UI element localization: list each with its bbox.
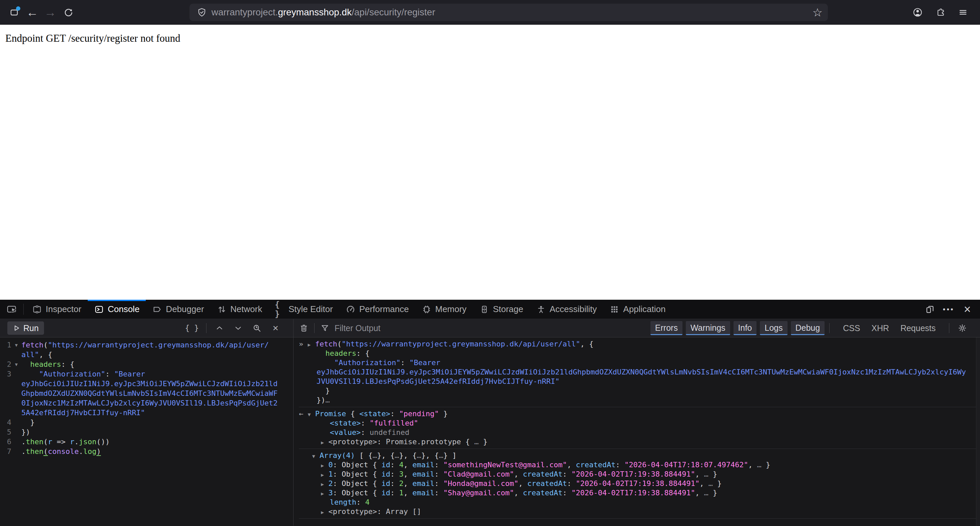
filter-errors[interactable]: Errors — [651, 321, 682, 335]
menu-button[interactable] — [956, 5, 970, 19]
console-editor[interactable]: 1▼fetch("https://warrantyproject.greyman… — [0, 338, 294, 526]
console-row[interactable]: ▶ 0: Object { id: 4, email: "somethingNe… — [299, 460, 980, 470]
firefox-view-button[interactable] — [7, 5, 21, 19]
account-icon — [913, 7, 923, 18]
filter-output-input[interactable] — [334, 324, 646, 333]
funnel-icon — [319, 322, 331, 334]
tab-console[interactable]: Console — [88, 300, 146, 319]
account-button[interactable] — [911, 5, 924, 19]
console-content: 1▼fetch("https://warrantyproject.greyman… — [0, 338, 980, 526]
tab-application[interactable]: Application — [603, 300, 672, 319]
responsive-design-button[interactable] — [922, 302, 938, 317]
play-icon — [13, 324, 21, 332]
devtools-tabbar: InspectorConsoleDebuggerNetwork{ }Style … — [0, 300, 980, 319]
back-button[interactable]: ← — [25, 5, 39, 19]
forward-button[interactable]: → — [43, 5, 57, 19]
tab-memory[interactable]: Memory — [415, 300, 473, 319]
editor-line[interactable]: 4 } — [0, 418, 293, 427]
tab-performance[interactable]: Performance — [339, 300, 415, 319]
filter-warnings[interactable]: Warnings — [686, 321, 730, 335]
console-row[interactable]: ▶ <prototype>: Promise.prototype { … } — [299, 437, 980, 446]
previous-expression-button[interactable] — [214, 322, 225, 334]
editor-line[interactable]: 3 "Authorization": "Bearer — [0, 369, 293, 379]
shield-permissions-icon[interactable] — [197, 7, 207, 18]
console-row[interactable]: JVU0VSIl19.LBJesPqPsdGjUet25A42efRIddj7H… — [299, 377, 980, 386]
editor-line[interactable]: 0IjoxNzc1MzIzMTAwLCJyb2xlcyI6WyJVU0VSIl1… — [0, 398, 293, 408]
close-editor-button[interactable]: × — [270, 322, 281, 334]
editor-line[interactable]: GhpbmdOZXdUZXN0QGdtYWlsLmNvbSIsImV4cCI6M… — [0, 389, 293, 398]
category-filters: CSSXHRRequests — [834, 324, 944, 333]
extensions-button[interactable] — [933, 5, 947, 19]
filter-debug[interactable]: Debug — [791, 321, 825, 335]
debugger-icon — [152, 304, 162, 314]
console-row[interactable]: ▶ 3: Object { id: 1, email: "Shay@gmail.… — [299, 488, 980, 497]
reload-button[interactable] — [61, 5, 75, 19]
console-row[interactable]: ▼ Array(4) [ {…}, {…}, {…}, {…} ] — [299, 451, 980, 460]
console-row[interactable]: })… — [299, 395, 980, 405]
console-row[interactable]: ← ▼ Promise { <state>: "pending" } — [299, 409, 980, 419]
screen: ← → warrantyproject.greymansshop.dk/api/… — [0, 0, 980, 526]
console-message-result: ← ▼ Promise { <state>: "pending" } <stat… — [299, 407, 980, 449]
hamburger-icon — [958, 7, 968, 18]
url-text[interactable]: warrantyproject.greymansshop.dk/api/secu… — [212, 7, 813, 18]
devtools-options-button[interactable]: ••• — [941, 302, 957, 317]
responsive-design-icon — [925, 305, 935, 314]
category-xhr[interactable]: XHR — [872, 324, 889, 333]
console-row[interactable]: <state>: "fulfilled" — [299, 419, 980, 428]
tab-accessibility[interactable]: Accessibility — [530, 300, 603, 319]
element-picker-button[interactable] — [3, 300, 21, 319]
console-row[interactable]: "Authorization": "Bearer — [299, 358, 980, 367]
fold-arrow-icon[interactable]: ▼ — [11, 362, 21, 367]
editor-line[interactable]: 5}) — [0, 427, 293, 437]
line-number: 7 — [0, 447, 11, 456]
console-row[interactable]: } — [299, 386, 980, 395]
console-row[interactable]: length: 4 — [299, 497, 980, 507]
console-row[interactable]: ▶ 2: Object { id: 2, email: "Honda@gmail… — [299, 479, 980, 488]
console-output[interactable]: » ▶ fetch("https://warrantyproject.greym… — [294, 338, 980, 526]
performance-icon — [345, 304, 356, 314]
page-content: Endpoint GET /security/register not foun… — [0, 25, 980, 300]
url-bar[interactable]: warrantyproject.greymansshop.dk/api/secu… — [189, 4, 828, 21]
run-button[interactable]: Run — [7, 321, 44, 335]
clear-console-button[interactable] — [298, 322, 310, 334]
console-row[interactable]: eyJhbGciOiJIUzI1NiJ9.eyJpc3MiOiJEYW5pZWw… — [299, 367, 980, 377]
category-requests[interactable]: Requests — [900, 324, 935, 333]
tab-label: Network — [231, 304, 262, 314]
console-settings-button[interactable] — [954, 322, 975, 334]
editor-line[interactable]: 1▼fetch("https://warrantyproject.greyman… — [0, 340, 293, 350]
console-row[interactable]: ▶ <prototype>: Array [] — [299, 507, 980, 516]
tab-storage[interactable]: Storage — [473, 300, 530, 319]
filter-info[interactable]: Info — [733, 321, 757, 335]
editor-line[interactable]: eyJhbGciOiJIUzI1NiJ9.eyJpc3MiOiJEYW5pZWw… — [0, 379, 293, 389]
tab-styleeditor[interactable]: { }Style Editor — [269, 300, 339, 319]
devtools-close-button[interactable]: × — [959, 302, 975, 317]
code-text: }) — [21, 427, 30, 437]
history-search-button[interactable] — [251, 322, 262, 334]
category-css[interactable]: CSS — [843, 324, 860, 333]
element-picker-icon — [6, 304, 18, 314]
browser-toolbar: ← → warrantyproject.greymansshop.dk/api/… — [0, 0, 980, 25]
console-toolbar: Run { } × — [0, 319, 980, 338]
toolbar-separator — [949, 323, 949, 333]
editor-line[interactable]: 5A42efRIddj7HvbCIJTfuy-nRRI" — [0, 408, 293, 418]
gear-icon — [957, 322, 968, 334]
filter-logs[interactable]: Logs — [760, 321, 787, 335]
output-scrollbar[interactable] — [976, 338, 980, 526]
console-row[interactable]: <value>: undefined — [299, 428, 980, 437]
console-row[interactable]: headers: { — [299, 349, 980, 358]
console-row[interactable]: ▶ 1: Object { id: 3, email: "Clad@gmail.… — [299, 470, 980, 479]
fold-arrow-icon[interactable]: ▼ — [11, 343, 21, 348]
tab-debugger[interactable]: Debugger — [146, 300, 210, 319]
tab-label: Style Editor — [288, 304, 333, 314]
editor-line[interactable]: 6.then(r => r.json()) — [0, 437, 293, 446]
editor-line[interactable]: 2▼ headers: { — [0, 359, 293, 369]
console-row[interactable]: » ▶ fetch("https://warrantyproject.greym… — [299, 340, 980, 349]
next-expression-button[interactable] — [232, 322, 244, 334]
pretty-print-button[interactable]: { } — [185, 324, 199, 332]
bookmark-star-icon[interactable]: ☆ — [813, 7, 822, 18]
tab-inspector[interactable]: Inspector — [26, 300, 88, 319]
code-text: 0IjoxNzc1MzIzMTAwLCJyb2xlcyI6WyJVU0VSIl1… — [21, 398, 277, 408]
tab-network[interactable]: Network — [210, 300, 269, 319]
editor-line[interactable]: all", { — [0, 350, 293, 359]
editor-line[interactable]: 7.then(console.log) — [0, 446, 293, 456]
